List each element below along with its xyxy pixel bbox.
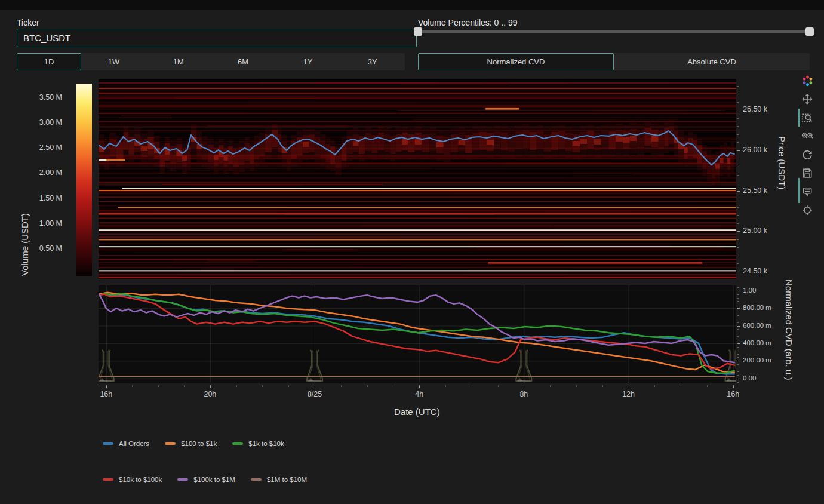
- price-minor-tick: [737, 167, 739, 167]
- price-minor-tick: [737, 199, 739, 199]
- x-minor-tick: [262, 385, 263, 387]
- x-tick-label: 16h: [727, 390, 739, 398]
- range-button-1y[interactable]: 1Y: [275, 53, 340, 70]
- pan-icon[interactable]: [800, 93, 814, 106]
- range-button-6m[interactable]: 6M: [211, 53, 275, 70]
- zoom-in-out-icon[interactable]: [800, 130, 814, 143]
- plotly-modebar: [800, 74, 816, 222]
- heatmap-plot-area[interactable]: [99, 79, 736, 279]
- legend-swatch: [177, 478, 188, 481]
- x-minor-tick: [472, 385, 472, 387]
- box-zoom-icon[interactable]: [800, 111, 814, 124]
- range-button-1w[interactable]: 1W: [81, 53, 146, 70]
- price-minor-tick: [737, 207, 739, 208]
- cvd-minor-tick: [737, 375, 739, 376]
- x-minor-tick: [550, 385, 551, 387]
- price-minor-tick: [737, 134, 739, 135]
- x-tick-label: 8/25: [308, 390, 322, 398]
- price-minor-tick: [737, 263, 739, 264]
- ticker-input[interactable]: [17, 29, 417, 47]
- x-minor-tick: [288, 385, 289, 387]
- price-tick-label: 25.50 k: [743, 186, 767, 195]
- cvd-axis-title: Normalized CVD (arb. u.): [784, 279, 794, 380]
- cvd-minor-tick: [737, 351, 739, 351]
- x-minor-tick: [654, 385, 655, 387]
- price-tick-label: 25.00 k: [743, 226, 767, 235]
- price-minor-tick: [737, 247, 739, 248]
- x-axis-line: [99, 385, 737, 385]
- x-major-tick: [419, 385, 420, 388]
- cvd-minor-tick: [737, 368, 739, 368]
- spikelines-icon[interactable]: [800, 204, 814, 217]
- x-major-tick: [106, 385, 107, 388]
- legend-label: $1k to $10k: [248, 440, 284, 447]
- cvd-mode-button-group: Normalized CVDAbsolute CVD: [418, 53, 810, 70]
- price-tick-label: 26.50 k: [743, 105, 767, 113]
- cvd-plot-area[interactable]: [99, 285, 736, 383]
- price-minor-tick: [737, 256, 739, 256]
- save-image-icon[interactable]: [800, 167, 814, 180]
- price-major-tick: [737, 231, 740, 232]
- cvd-minor-tick: [737, 357, 739, 358]
- cvd-minor-tick: [737, 336, 739, 337]
- cvd-mode-button-normalized-cvd[interactable]: Normalized CVD: [418, 53, 614, 70]
- legend-item--10k-to-100k[interactable]: $10k to $100k: [103, 476, 162, 483]
- legend-item--100-to-1k[interactable]: $100 to $1k: [165, 440, 217, 447]
- cvd-major-tick: [737, 291, 740, 291]
- price-axis-title: Price (USDT): [777, 136, 787, 189]
- cvd-minor-tick: [737, 287, 739, 288]
- price-major-tick: [737, 191, 740, 192]
- price-minor-tick: [737, 102, 739, 103]
- autoscale-icon[interactable]: [800, 148, 814, 161]
- x-major-tick: [524, 385, 524, 388]
- price-tick-label: 24.50 k: [743, 267, 767, 275]
- percentile-slider-handle-max[interactable]: [805, 27, 814, 36]
- legend-swatch: [103, 442, 113, 445]
- cvd-minor-tick: [737, 371, 739, 372]
- cvd-major-tick: [737, 379, 740, 379]
- cvd-tick-label: 0.00: [743, 374, 756, 382]
- legend-item--1m-to-10m[interactable]: $1M to $10M: [251, 476, 307, 483]
- cvd-minor-tick: [737, 347, 739, 348]
- legend-label: $1M to $10M: [267, 476, 307, 483]
- range-button-1m[interactable]: 1M: [146, 53, 211, 70]
- x-minor-tick: [341, 385, 342, 387]
- range-button-3y[interactable]: 3Y: [340, 53, 405, 70]
- x-tick-label: 4h: [415, 390, 423, 398]
- plotly-logo-icon[interactable]: [800, 74, 814, 87]
- legend-swatch: [251, 478, 262, 481]
- x-minor-tick: [576, 385, 577, 387]
- price-minor-tick: [737, 142, 739, 143]
- cvd-minor-tick: [737, 329, 739, 330]
- legend-swatch: [232, 442, 243, 445]
- cvd-minor-tick: [737, 319, 739, 319]
- x-major-tick: [210, 385, 211, 388]
- legend-item-all-orders[interactable]: All Orders: [103, 440, 149, 447]
- legend-item--100k-to-1m[interactable]: $100k to $1M: [177, 476, 235, 483]
- x-minor-tick: [367, 385, 368, 387]
- x-minor-tick: [158, 385, 159, 387]
- price-major-tick: [737, 150, 740, 151]
- colorbar-tick-label: 2.50 M: [20, 143, 62, 152]
- legend-item--1k-to-10k[interactable]: $1k to $10k: [232, 440, 284, 447]
- hover-labels-icon[interactable]: [800, 185, 814, 198]
- percentile-slider-handle-min[interactable]: [414, 27, 422, 36]
- cvd-mode-button-absolute-cvd[interactable]: Absolute CVD: [614, 53, 810, 70]
- colorbar-tick-label: 3.00 M: [20, 118, 62, 127]
- cvd-minor-tick: [737, 298, 739, 299]
- range-button-1d[interactable]: 1D: [17, 53, 81, 70]
- price-minor-tick: [737, 86, 739, 87]
- x-tick-label: 16h: [100, 390, 112, 398]
- price-minor-tick: [737, 223, 739, 224]
- x-axis-title: Date (UTC): [394, 407, 440, 417]
- percentile-slider-track[interactable]: [418, 30, 810, 33]
- ticker-label: Ticker: [17, 18, 39, 27]
- x-minor-tick: [681, 385, 681, 387]
- cvd-major-tick: [737, 361, 740, 361]
- x-minor-tick: [132, 385, 133, 387]
- price-minor-tick: [737, 159, 739, 159]
- cvd-minor-tick: [737, 354, 739, 355]
- legend-label: $10k to $100k: [119, 476, 162, 483]
- legend-label: All Orders: [119, 440, 149, 447]
- price-minor-tick: [737, 175, 739, 176]
